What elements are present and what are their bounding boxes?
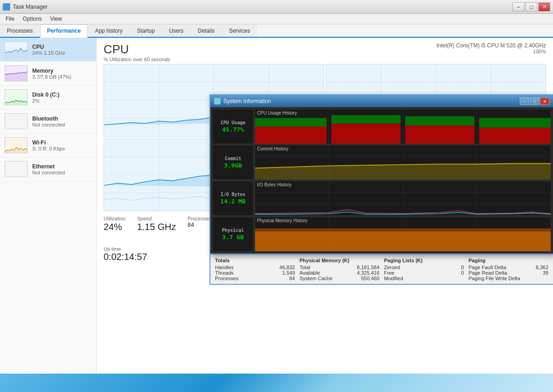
memory-info: Memory 3.7/7.8 GB (47%) [32, 68, 92, 80]
modified-label: Modified [384, 276, 403, 281]
sysinfo-window: System Information − □ ✕ CPU Usage 45.77… [210, 94, 553, 254]
cpu-usage-value: 45.77% [222, 126, 244, 133]
page-read-row: Page Read Delta 39 [469, 270, 549, 276]
minimize-button[interactable]: − [512, 2, 524, 12]
bluetooth-thumbnail [5, 113, 28, 129]
cpu-model: Intel(R) Core(TM) i5 CPU M 520 @ 2.40GHz [437, 42, 546, 49]
window-title: Task Manager [13, 4, 47, 10]
processes-row: Processes 84 [215, 276, 295, 281]
cpu-thumbnail [5, 41, 28, 58]
io-bytes-history: I/O Bytes History [255, 181, 551, 216]
threads-label: Threads [215, 270, 233, 276]
chart-label: % Utilization over 60 seconds [104, 57, 170, 62]
menu-view[interactable]: View [47, 15, 66, 23]
total-row: Total 8,181,584 [300, 265, 380, 270]
svg-rect-45 [479, 118, 551, 128]
disk-label: Disk 0 (C:) [32, 92, 92, 98]
io-history-label: I/O Bytes History [257, 182, 291, 187]
disk-thumbnail [5, 89, 28, 105]
speed-label: Speed [137, 216, 176, 221]
handles-row: Handles 46,832 [215, 265, 295, 270]
menu-options[interactable]: Options [19, 15, 45, 23]
io-bytes-value: 14.2 MB [221, 198, 246, 205]
handles-label: Handles [215, 265, 233, 270]
utilization-value: 24% [104, 221, 126, 232]
tab-bar: Processes Performance App history Startu… [0, 24, 553, 38]
close-button[interactable]: ✕ [538, 2, 550, 12]
tab-performance[interactable]: Performance [40, 24, 87, 38]
cpu-history-label: CPU Usage History [257, 110, 297, 115]
sidebar-item-cpu[interactable]: CPU 24% 1.15 GHz [0, 38, 96, 62]
disk-value: 2% [32, 98, 92, 104]
handles-value: 46,832 [279, 265, 295, 270]
free-row: Free 0 [384, 270, 464, 276]
sysinfo-body: CPU Usage 45.77% CPU Usage History [210, 107, 553, 254]
cpu-label: CPU [32, 44, 92, 50]
sysinfo-controls: − □ ✕ [520, 98, 549, 105]
paging-file-write-label: Paging File Write Delta [469, 276, 520, 281]
sidebar: CPU 24% 1.15 GHz Memory 3.7/7.8 GB (47%) [0, 38, 97, 388]
ethernet-info: Ethernet Not connected [32, 163, 92, 175]
utilization-label: Utilization [104, 216, 126, 221]
sidebar-item-bluetooth[interactable]: Bluetooth Not connected [0, 110, 96, 133]
physical-row: Physical 3.7 GB Physical Memory History [212, 217, 551, 252]
app-icon [3, 3, 10, 11]
sysinfo-close[interactable]: ✕ [540, 98, 549, 105]
threads-value: 1,549 [282, 270, 295, 276]
speed-stat: Speed 1.15 GHz [137, 216, 176, 232]
disk-info: Disk 0 (C:) 2% [32, 92, 92, 104]
cpu-usage-row: CPU Usage 45.77% CPU Usage History [212, 109, 551, 144]
processes-value: 84 [289, 276, 295, 281]
sidebar-item-ethernet[interactable]: Ethernet Not connected [0, 157, 96, 181]
paging-title: Paging [469, 258, 549, 263]
system-cache-value: 550,460 [361, 276, 379, 281]
physical-value: 3.7 GB [222, 234, 244, 241]
available-label: Available [300, 270, 320, 276]
svg-rect-42 [405, 126, 474, 144]
sidebar-item-wifi[interactable]: Wi-Fi S: 0 R: 0 Kbps [0, 133, 96, 157]
processes-label: Processes [215, 276, 239, 281]
commit-value: 3.9GB [224, 162, 242, 169]
zeroed-row: Zeroed 0 [384, 265, 464, 270]
physical-history-label: Physical Memory History [257, 218, 308, 223]
sysinfo-restore[interactable]: □ [530, 98, 539, 105]
sysinfo-title: System Information [223, 98, 271, 104]
free-label: Free [384, 270, 395, 276]
sidebar-item-memory[interactable]: Memory 3.7/7.8 GB (47%) [0, 62, 96, 86]
svg-marker-2 [5, 100, 27, 105]
wifi-info: Wi-Fi S: 0 R: 0 Kbps [32, 139, 92, 151]
tab-users[interactable]: Users [162, 24, 190, 37]
system-cache-row: System Cache 550,460 [300, 276, 380, 281]
svg-marker-0 [5, 48, 27, 57]
bluetooth-value: Not connected [32, 122, 92, 127]
io-bytes-label: I/O Bytes [221, 192, 245, 197]
tab-app-history[interactable]: App history [88, 24, 129, 37]
restore-button[interactable]: □ [525, 2, 537, 12]
cpu-header: CPU % Utilization over 60 seconds Intel(… [104, 42, 546, 62]
processes-value: 84 [187, 221, 211, 228]
tab-startup[interactable]: Startup [130, 24, 162, 37]
utilization-stat: Utilization 24% [104, 216, 126, 232]
zeroed-label: Zeroed [384, 265, 400, 270]
physical-metric: Physical 3.7 GB [212, 217, 254, 252]
svg-rect-65 [255, 231, 551, 251]
cpu-title: CPU [104, 42, 170, 57]
processes-stat: Processes 84 [187, 216, 211, 232]
modified-row: Modified [384, 276, 464, 281]
commit-metric: Commit 3.9GB [212, 145, 254, 180]
physical-title: Physical Memory (K) [300, 258, 380, 263]
speed-value: 1.15 GHz [137, 221, 176, 232]
svg-rect-43 [405, 116, 474, 126]
paging-lists-title: Paging Lists (K) [384, 258, 464, 263]
total-value: 8,181,584 [357, 265, 379, 270]
physical-label: Physical [222, 228, 244, 233]
tab-details[interactable]: Details [191, 24, 221, 37]
sysinfo-minimize[interactable]: − [520, 98, 529, 105]
menu-file[interactable]: File [2, 15, 18, 23]
sidebar-item-disk[interactable]: Disk 0 (C:) 2% [0, 86, 96, 110]
bluetooth-info: Bluetooth Not connected [32, 115, 92, 127]
tab-processes[interactable]: Processes [0, 24, 40, 37]
wifi-thumbnail [5, 137, 28, 153]
commit-label: Commit [225, 156, 241, 161]
tab-services[interactable]: Services [222, 24, 257, 37]
